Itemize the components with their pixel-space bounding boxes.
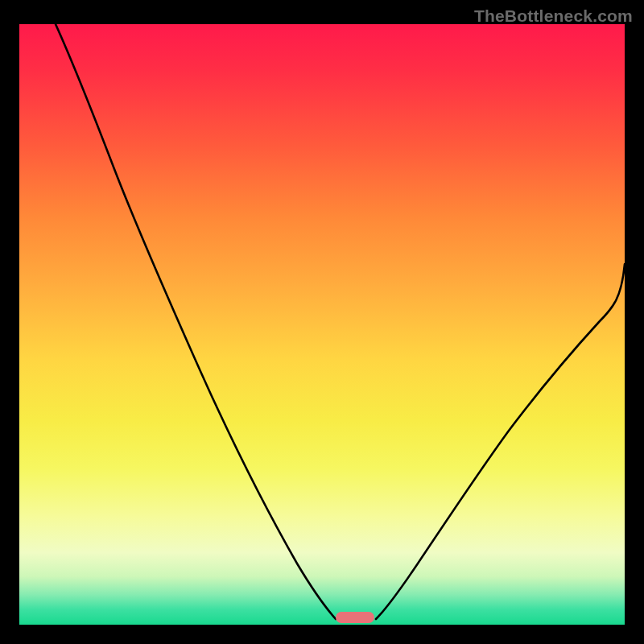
curve-left-branch [56, 24, 336, 619]
watermark-text: TheBottleneck.com [474, 6, 633, 26]
chart-container: TheBottleneck.com [0, 0, 644, 644]
curve-svg [19, 24, 625, 625]
minimum-marker [336, 612, 374, 623]
plot-area [19, 24, 625, 625]
curve-right-branch [376, 264, 625, 619]
